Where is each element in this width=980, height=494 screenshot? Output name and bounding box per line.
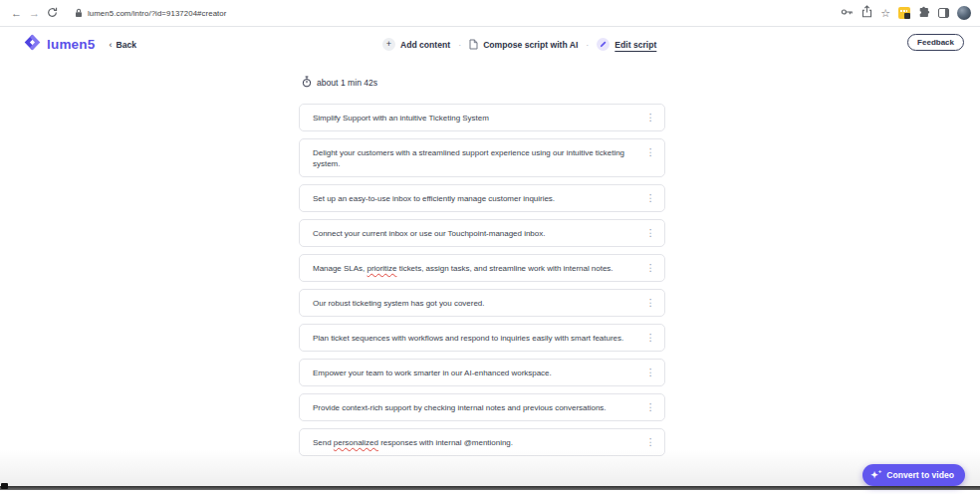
kebab-menu-icon[interactable]: ⋮ xyxy=(644,191,658,205)
kebab-menu-icon[interactable]: ⋮ xyxy=(644,145,658,159)
url-bar[interactable]: lumen5.com/intro/?id=9137204#creator xyxy=(75,4,226,22)
script-block-text[interactable]: Manage SLAs, prioritize tickets, assign … xyxy=(313,263,638,274)
browser-forward-icon[interactable]: → xyxy=(26,7,43,19)
stopwatch-icon xyxy=(302,74,312,92)
screen-bottom-edge xyxy=(0,486,980,490)
kebab-menu-icon[interactable]: ⋮ xyxy=(644,366,658,379)
script-blocks: Simplify Support with an intuitive Ticke… xyxy=(299,104,665,460)
separator-dot: · xyxy=(458,40,461,50)
edit-script-button[interactable]: Edit script xyxy=(597,38,656,51)
script-block[interactable]: Set up an easy-to-use inbox to efficient… xyxy=(299,184,665,212)
kebab-menu-icon[interactable]: ⋮ xyxy=(644,261,658,275)
browser-reload-icon[interactable] xyxy=(44,7,61,20)
bookmark-star-icon[interactable]: ☆ xyxy=(880,8,890,19)
kebab-menu-icon[interactable]: ⋮ xyxy=(644,400,658,414)
script-block-text[interactable]: Plan ticket sequences with workflows and… xyxy=(313,333,638,344)
url-text[interactable]: lumen5.com/intro/?id=9137204#creator xyxy=(88,9,226,18)
side-panel-icon[interactable] xyxy=(938,8,949,18)
lumen5-creator-page: ← → lumen5.com/intro/?id=9137204#creator… xyxy=(0,0,980,494)
script-block-text[interactable]: Our robust ticketing system has got you … xyxy=(313,298,638,309)
add-content-button[interactable]: + Add content xyxy=(382,38,450,51)
sparkles-icon: ✦ + xyxy=(870,469,881,481)
script-block-text[interactable]: Delight your customers with a streamline… xyxy=(313,147,638,169)
yellow-extension-icon[interactable] xyxy=(898,7,910,19)
compose-script-button[interactable]: Compose script with AI xyxy=(469,36,578,54)
back-button[interactable]: ‹ Back xyxy=(109,40,136,50)
kebab-menu-icon[interactable]: ⋮ xyxy=(644,226,658,240)
script-block[interactable]: Plan ticket sequences with workflows and… xyxy=(299,324,665,352)
kebab-menu-icon[interactable]: ⋮ xyxy=(644,435,658,449)
kebab-menu-icon[interactable]: ⋮ xyxy=(644,296,658,310)
script-block-text[interactable]: Provide context-rich support by checking… xyxy=(313,402,638,413)
script-block[interactable]: Our robust ticketing system has got you … xyxy=(299,289,665,317)
script-block[interactable]: Empower your team to work smarter in our… xyxy=(299,359,665,386)
profile-avatar[interactable] xyxy=(957,6,971,20)
script-block[interactable]: Delight your customers with a streamline… xyxy=(299,138,665,177)
feedback-button[interactable]: Feedback xyxy=(907,34,964,51)
lumen5-logo[interactable]: lumen5 xyxy=(24,34,95,55)
kebab-menu-icon[interactable]: ⋮ xyxy=(644,331,658,345)
script-block[interactable]: Send personalized responses with interna… xyxy=(299,428,665,456)
script-block-text[interactable]: Set up an easy-to-use inbox to efficient… xyxy=(313,193,638,204)
lock-icon xyxy=(75,4,83,22)
key-icon[interactable] xyxy=(841,4,854,22)
convert-to-video-button[interactable]: ✦ + Convert to video xyxy=(862,464,965,486)
script-block-text[interactable]: Empower your team to work smarter in our… xyxy=(313,368,638,378)
lumen5-logo-icon xyxy=(24,34,41,55)
kebab-menu-icon[interactable]: ⋮ xyxy=(644,111,658,124)
browser-back-icon[interactable]: ← xyxy=(8,7,25,19)
script-block-text[interactable]: Send personalized responses with interna… xyxy=(313,437,638,448)
chevron-left-icon: ‹ xyxy=(109,40,112,50)
script-block-text[interactable]: Connect your current inbox or use our To… xyxy=(313,228,638,239)
script-block[interactable]: Provide context-rich support by checking… xyxy=(299,393,665,421)
script-block[interactable]: Manage SLAs, prioritize tickets, assign … xyxy=(299,254,665,282)
script-block[interactable]: Simplify Support with an intuitive Ticke… xyxy=(299,104,665,131)
duration-label: about 1 min 42s xyxy=(317,78,377,88)
screen-corner-mark xyxy=(1,483,8,489)
pencil-icon xyxy=(597,38,610,51)
video-duration: about 1 min 42s xyxy=(302,74,377,92)
app-header: lumen5 ‹ Back + Add content · Compose sc… xyxy=(0,27,980,62)
separator-dot: · xyxy=(586,40,589,50)
script-block-text[interactable]: Simplify Support with an intuitive Ticke… xyxy=(313,113,638,124)
plus-icon: + xyxy=(382,38,395,51)
extensions-puzzle-icon[interactable] xyxy=(918,4,930,22)
browser-chrome: ← → lumen5.com/intro/?id=9137204#creator… xyxy=(0,0,980,27)
share-icon[interactable] xyxy=(861,4,872,22)
logo-wordmark: lumen5 xyxy=(47,37,95,52)
document-icon xyxy=(469,36,478,54)
script-block[interactable]: Connect your current inbox or use our To… xyxy=(299,219,665,247)
header-actions: + Add content · Compose script with AI ·… xyxy=(382,27,656,62)
